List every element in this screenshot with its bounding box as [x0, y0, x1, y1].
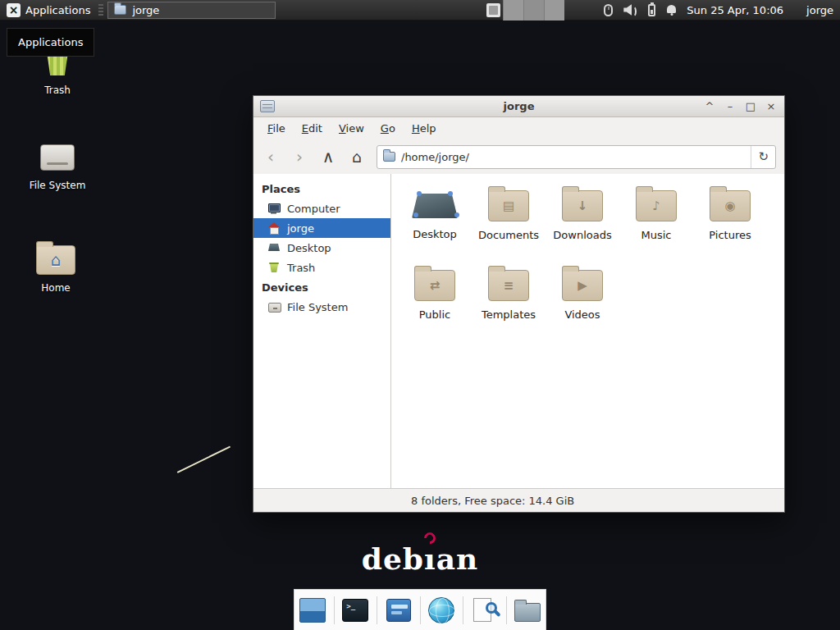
trash-icon: [267, 261, 281, 274]
sidebar-item-jorge[interactable]: jorge: [253, 218, 390, 238]
file-documents[interactable]: ▤ Documents: [472, 185, 546, 265]
system-tray: [486, 0, 564, 21]
reload-button[interactable]: ↻: [751, 146, 775, 168]
dock-item-show-desktop[interactable]: [298, 594, 327, 627]
notifications-bell-icon[interactable]: [666, 5, 677, 16]
terminal-icon: [342, 599, 368, 622]
file-label: Desktop: [413, 228, 457, 240]
mouse-icon[interactable]: [604, 4, 613, 16]
location-bar[interactable]: /home/jorge/ ↻: [377, 145, 776, 169]
menu-edit[interactable]: Edit: [294, 119, 330, 138]
desktop-icon-home[interactable]: Home: [16, 241, 95, 294]
xfce-logo-icon: [7, 3, 21, 17]
desktop-icon: [267, 241, 281, 254]
volume-icon[interactable]: [623, 4, 637, 16]
shade-button[interactable]: ^: [703, 97, 716, 116]
path-folder-icon: [383, 152, 395, 162]
dock-separator: [377, 596, 377, 624]
dock-item-web-browser[interactable]: [427, 594, 456, 627]
folder-icon: ≡: [488, 270, 529, 301]
maximize-button[interactable]: □: [744, 97, 757, 116]
menu-go[interactable]: Go: [373, 119, 403, 138]
sidebar-item-label: File System: [287, 301, 348, 313]
panel-separator: [98, 4, 103, 16]
applications-menu-button[interactable]: Applications: [0, 0, 97, 20]
brand-swirl-icon: ı: [424, 541, 436, 576]
home-button[interactable]: ⌂: [348, 148, 366, 165]
statusbar-text: 8 folders, Free space: 14.4 GiB: [411, 495, 574, 507]
sidebar-item-computer[interactable]: Computer: [253, 199, 390, 218]
window-content: Places Computer jorge Desktop Trash: [253, 174, 784, 488]
file-templates[interactable]: ≡ Templates: [472, 265, 546, 345]
minimize-button[interactable]: –: [724, 97, 737, 116]
toolbar: ‹ › ∧ ⌂ /home/jorge/ ↻: [253, 139, 784, 174]
tray-window-icon[interactable]: [486, 3, 500, 17]
close-button[interactable]: ×: [765, 97, 778, 116]
file-public[interactable]: ⇄ Public: [398, 265, 472, 345]
forward-button[interactable]: ›: [290, 148, 308, 165]
music-emblem-icon: ♪: [637, 191, 676, 221]
magnifier-icon: [486, 602, 497, 614]
file-grid: Desktop ▤ Documents ↓ Downloads ♪ Music: [391, 174, 784, 488]
dock-item-terminal[interactable]: [341, 594, 371, 627]
panel-clock[interactable]: Sun 25 Apr, 10:06: [687, 4, 783, 16]
folder-icon: [514, 603, 541, 622]
sidebar-item-desktop[interactable]: Desktop: [253, 238, 390, 258]
tray-item[interactable]: [523, 0, 544, 21]
public-emblem-icon: ⇄: [415, 271, 454, 300]
show-desktop-icon: [299, 598, 326, 623]
file-label: Documents: [478, 229, 539, 241]
templates-emblem-icon: ≡: [489, 271, 528, 300]
tooltip-text: Applications: [18, 36, 83, 48]
file-label: Public: [419, 308, 450, 321]
file-label: Videos: [564, 308, 600, 321]
sidebar-item-trash[interactable]: Trash: [253, 258, 390, 277]
menu-help[interactable]: Help: [404, 119, 444, 138]
taskbar-window-button[interactable]: jorge: [107, 2, 276, 19]
statusbar: 8 folders, Free space: 14.4 GiB: [253, 488, 784, 512]
pictures-emblem-icon: ◉: [710, 191, 750, 221]
documents-emblem-icon: ▤: [489, 191, 528, 221]
titlebar[interactable]: jorge ^ – □ ×: [253, 96, 784, 117]
file-downloads[interactable]: ↓ Downloads: [546, 185, 619, 265]
file-music[interactable]: ♪ Music: [619, 185, 693, 265]
panel-username[interactable]: jorge: [806, 4, 833, 16]
brand-text: an: [436, 541, 479, 576]
sidebar-item-file-system[interactable]: File System: [253, 297, 390, 317]
file-desktop[interactable]: Desktop: [398, 185, 472, 265]
dock-separator: [506, 596, 507, 624]
up-button[interactable]: ∧: [319, 148, 337, 165]
taskbar-window-label: jorge: [132, 4, 159, 16]
desktop: Applications jorge Sun 25 Apr, 10:06 jor…: [0, 0, 840, 630]
drive-icon: [39, 143, 75, 172]
file-label: Pictures: [709, 229, 751, 241]
folder-icon: ▶: [562, 270, 603, 301]
menu-view[interactable]: View: [331, 119, 372, 138]
file-pictures[interactable]: ◉ Pictures: [693, 185, 767, 265]
desktop-folder-icon: [412, 191, 458, 221]
file-videos[interactable]: ▶ Videos: [546, 265, 619, 345]
brand-text: deb: [362, 541, 424, 576]
dock-item-file-manager[interactable]: [513, 594, 542, 627]
folder-icon: ↓: [562, 190, 603, 221]
downloads-emblem-icon: ↓: [563, 191, 602, 221]
sidebar-item-label: Computer: [287, 203, 340, 215]
app-window-icon: [386, 599, 411, 622]
scratch-line: [177, 446, 231, 473]
computer-icon: [267, 202, 281, 215]
tray-item[interactable]: [544, 0, 564, 21]
tray-item[interactable]: [503, 0, 523, 21]
dock-separator: [334, 596, 335, 624]
dock-item-app-finder[interactable]: [470, 594, 500, 627]
menu-file[interactable]: File: [260, 119, 293, 138]
sidebar: Places Computer jorge Desktop Trash: [253, 174, 391, 488]
back-button[interactable]: ‹: [262, 148, 280, 165]
desktop-icon-label: File System: [30, 180, 86, 191]
dock-item-app[interactable]: [384, 594, 413, 627]
main-pane: Desktop ▤ Documents ↓ Downloads ♪ Music: [391, 174, 784, 488]
battery-icon[interactable]: [648, 4, 655, 16]
desktop-icon-file-system[interactable]: File System: [18, 143, 97, 191]
desktop-icon-label: Home: [41, 282, 70, 294]
window-icon: [260, 100, 275, 112]
window-controls: ^ – □ ×: [703, 97, 778, 116]
